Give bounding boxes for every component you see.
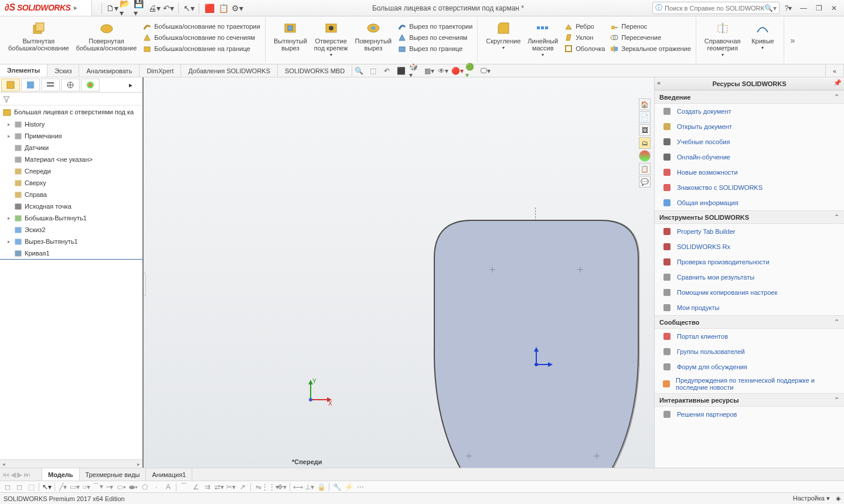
tp-item-2-3[interactable]: Предупреждения по технической поддержке … — [655, 374, 844, 393]
left-panel-hscroll[interactable]: ◂▸ — [0, 459, 142, 468]
status-customize[interactable]: Настройка ▾ — [793, 495, 830, 502]
tree-node-кривая1[interactable]: Кривая1 — [0, 247, 142, 260]
new-button[interactable]: 🗋▾ — [106, 2, 118, 15]
search-icon[interactable]: 🔍▾ — [764, 4, 777, 12]
sk-line-icon[interactable]: ╱▾ — [57, 482, 68, 492]
tab-dimxpert[interactable]: DimXpert — [139, 64, 181, 77]
sk-btn-1[interactable]: ◻ — [2, 482, 13, 492]
extrude-boss-button[interactable]: Вытянутая бобышка/основание — [6, 19, 72, 53]
dimxpert-tab[interactable] — [61, 79, 80, 91]
maximize-button[interactable]: ❐ — [812, 2, 825, 15]
graphics-viewport[interactable]: Y X *Спереди 🏠 📄 🖼 🗂 📋 💬 — [144, 77, 654, 468]
tree-expand-icon[interactable]: ▸ — [6, 121, 12, 127]
view-settings-icon[interactable]: 🖵▾ — [479, 65, 491, 77]
tree-expand-icon[interactable]: ▸ — [6, 239, 12, 244]
sk-btn-3[interactable]: ⬚ — [26, 482, 36, 492]
tree-node-сверху[interactable]: Сверху — [0, 177, 142, 189]
tree-node-справа[interactable]: Справа — [0, 189, 142, 200]
tp-section-0[interactable]: Введение⌃ — [655, 90, 844, 104]
tp-section-1[interactable]: Инструменты SOLIDWORKS⌃ — [655, 210, 844, 224]
tp-item-2-2[interactable]: Форум для обсуждения — [655, 359, 844, 374]
section-view-icon[interactable]: ⬛ — [395, 65, 407, 77]
mirror-button[interactable]: Зеркальное отражение — [608, 43, 692, 54]
save-button[interactable]: 💾▾ — [134, 2, 147, 15]
hide-show-icon[interactable]: 👁▾ — [437, 65, 449, 77]
tp-item-2-1[interactable]: Группы пользователей — [655, 344, 844, 359]
tp-item-1-2[interactable]: Проверка производительности — [655, 254, 844, 270]
home-view-icon[interactable]: 🏠 — [639, 98, 651, 110]
sk-more-icon[interactable]: ⋯ — [355, 482, 366, 492]
apply-scene-icon[interactable]: 🟢▾ — [465, 65, 477, 77]
sk-ellipse-icon[interactable]: ⬭▾ — [116, 482, 127, 492]
sk-offset-icon[interactable]: ⇉ — [202, 482, 213, 492]
btab-back-icon[interactable]: ◀ — [11, 471, 16, 479]
tp-item-0-3[interactable]: Онлайн-обучение — [655, 149, 844, 165]
intersect-button[interactable]: Пересечение — [608, 32, 692, 43]
part-model[interactable] — [431, 218, 642, 468]
ref-geometry-button[interactable]: Справочная геометрия▾ — [702, 19, 743, 60]
revolve-cut-button[interactable]: Повернутый вырез — [352, 19, 394, 53]
sk-dim-icon[interactable]: ⟷ — [292, 482, 303, 492]
loft-cut-button[interactable]: Вырез по сечениям — [396, 32, 474, 43]
edit-appearance-icon[interactable]: 🔴▾ — [451, 65, 463, 77]
tp-item-1-5[interactable]: Мои продукты — [655, 300, 844, 315]
feature-tree-tab[interactable] — [1, 79, 20, 91]
print-button[interactable]: 🖨▾ — [148, 2, 161, 15]
select-button[interactable]: ↖▾ — [182, 2, 195, 15]
appearance-icon[interactable] — [639, 150, 651, 162]
ribbon-overflow-button[interactable]: » — [787, 18, 798, 63]
boundary-boss-button[interactable]: Бобышка/основание на границе — [141, 43, 261, 54]
taskpane-collapse-icon[interactable]: « — [657, 79, 661, 86]
tree-node-спереди[interactable]: Спереди — [0, 165, 142, 177]
tree-node-исходная-точка[interactable]: Исходная точка — [0, 200, 142, 212]
display-manager-tab[interactable] — [81, 79, 100, 91]
tree-node-вырез-вытянуть1[interactable]: ▸Вырез-Вытянуть1 — [0, 236, 142, 247]
sk-text-icon[interactable]: A — [163, 482, 173, 492]
tree-root[interactable]: Большая лицевая с отверстиями под ка — [0, 105, 142, 118]
tree-node-примечания[interactable]: ▸Примечания — [0, 130, 142, 142]
sk-fix-icon[interactable]: 🔒 — [316, 482, 326, 492]
tree-filter[interactable] — [0, 93, 142, 105]
forum-icon[interactable]: 💬 — [639, 176, 651, 188]
tree-node-эскиз2[interactable]: Эскиз2 — [0, 224, 142, 236]
tp-item-3-0[interactable]: Решения партнеров — [655, 407, 844, 422]
tree-node-материал-не-указан-[interactable]: Материал <не указан> — [0, 154, 142, 165]
tab-3dviews[interactable]: Трехмерные виды — [80, 468, 147, 481]
sk-point-icon[interactable]: · — [151, 482, 162, 492]
sk-slot-icon[interactable]: ⬬▾ — [128, 482, 138, 492]
panel-splitter[interactable] — [144, 273, 146, 296]
tp-item-1-4[interactable]: Помощник копирования настроек — [655, 285, 844, 300]
sk-pattern-icon[interactable]: ⋮⋮▾ — [265, 482, 275, 492]
boundary-cut-button[interactable]: Вырез по границе — [396, 43, 474, 54]
help-button[interactable]: ?▾ — [782, 2, 795, 15]
sk-arc-icon[interactable]: ⌒▾ — [93, 482, 103, 492]
sk-circle-icon[interactable]: ○▾ — [81, 482, 91, 492]
config-manager-tab[interactable] — [41, 79, 60, 91]
sk-repair-icon[interactable]: 🔧 — [332, 482, 342, 492]
layers-icon[interactable]: 🗂 — [639, 137, 651, 149]
gallery-icon[interactable]: 🖼 — [639, 124, 651, 136]
orientation-triad[interactable]: Y X — [305, 376, 334, 406]
settings-button[interactable]: ⚙▾ — [231, 2, 244, 15]
tp-item-1-0[interactable]: Property Tab Builder — [655, 224, 844, 239]
tab-elements[interactable]: Элементы — [0, 64, 47, 77]
sk-select-icon[interactable]: ↖▾ — [42, 482, 52, 492]
tp-item-0-5[interactable]: Знакомство с SOLIDWORKS — [655, 180, 844, 195]
prev-view-icon[interactable]: ↶ — [381, 65, 393, 77]
tp-item-1-1[interactable]: SOLIDWORKS Rx — [655, 239, 844, 254]
extrude-cut-button[interactable]: Вытянутый вырез — [271, 19, 309, 53]
draft-button[interactable]: Уклон — [563, 32, 606, 43]
panel-expand-button[interactable]: ▸ — [121, 79, 140, 91]
btab-next-icon[interactable]: ⏭ — [23, 471, 30, 479]
sk-fillet-icon[interactable]: ⌒ — [179, 482, 189, 492]
status-flag-icon[interactable]: ◈ — [836, 495, 840, 502]
tp-item-0-0[interactable]: Создать документ — [655, 104, 844, 119]
tab-mbd[interactable]: SOLIDWORKS MBD — [278, 64, 352, 77]
tab-addins[interactable]: Добавления SOLIDWORKS — [181, 64, 278, 77]
taskpane-pin-icon[interactable]: 📌 — [833, 79, 842, 87]
btab-prev-icon[interactable]: ⏮ — [2, 471, 9, 479]
sk-trim-icon[interactable]: ✂▾ — [226, 482, 236, 492]
tab-model[interactable]: Модель — [42, 468, 80, 481]
zoom-area-icon[interactable]: ⬚ — [367, 65, 379, 77]
sk-chamfer-icon[interactable]: ∠ — [190, 482, 201, 492]
